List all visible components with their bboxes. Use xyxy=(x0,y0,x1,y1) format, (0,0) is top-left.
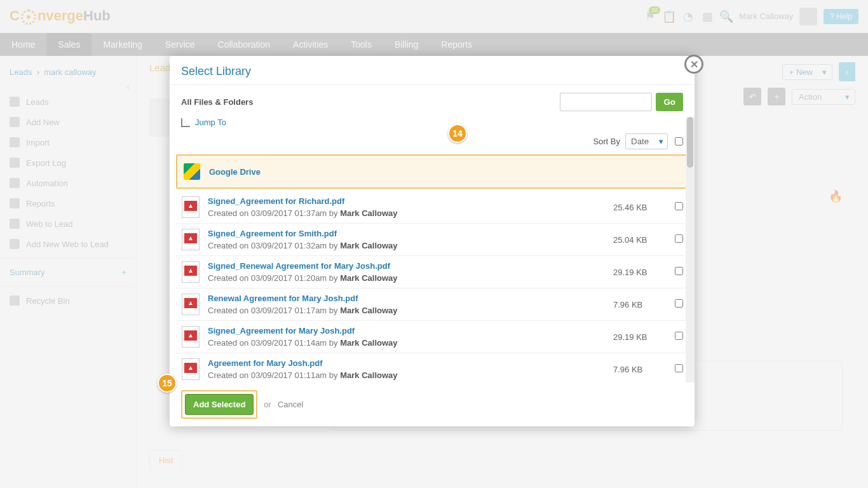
modal-footer: Add Selected or Cancel xyxy=(170,383,695,426)
pdf-icon xyxy=(182,261,200,283)
annotation-14: 14 xyxy=(448,124,467,143)
file-checkbox[interactable] xyxy=(675,332,683,340)
pdf-icon xyxy=(182,229,200,250)
file-row[interactable]: Signed_Agreement for Smith.pdf Created o… xyxy=(176,224,688,256)
jump-to-link[interactable]: Jump To xyxy=(195,118,226,127)
file-size: 29.19 KB xyxy=(613,332,664,342)
file-row[interactable]: Signed_Agreement for Mary Josh.pdf Creat… xyxy=(176,321,688,353)
file-checkbox[interactable] xyxy=(675,267,683,275)
go-button[interactable]: Go xyxy=(656,93,683,111)
file-size: 29.19 KB xyxy=(613,268,664,277)
file-size: 25.04 KB xyxy=(613,235,664,245)
modal-scrollbar[interactable] xyxy=(686,117,695,383)
file-checkbox[interactable] xyxy=(675,364,683,372)
file-size: 7.96 KB xyxy=(613,365,664,374)
file-size: 25.46 KB xyxy=(613,203,664,212)
google-drive-icon xyxy=(184,163,200,180)
file-meta: Created on 03/09/2017 01:14am by Mark Ca… xyxy=(208,338,613,348)
add-selected-button[interactable]: Add Selected xyxy=(185,394,254,415)
file-name[interactable]: Signed_Agreement for Mary Josh.pdf xyxy=(208,326,613,336)
modal-search: Go xyxy=(560,93,683,111)
modal-title: Select Library xyxy=(181,65,683,78)
file-checkbox[interactable] xyxy=(675,202,683,210)
modal-header: Select Library xyxy=(170,56,695,85)
cancel-link[interactable]: Cancel xyxy=(278,400,303,409)
pdf-icon xyxy=(182,294,200,315)
file-name[interactable]: Signed_Agreement for Smith.pdf xyxy=(208,229,613,238)
file-meta: Created on 03/09/2017 01:37am by Mark Ca… xyxy=(208,208,613,218)
annotation-15: 15 xyxy=(158,374,177,393)
file-name[interactable]: Agreement for Mary Josh.pdf xyxy=(208,358,613,368)
modal-breadcrumb[interactable]: All Files & Folders xyxy=(181,97,253,107)
file-name[interactable]: Signed_Agreement for Richard.pdf xyxy=(208,196,613,206)
select-all-checkbox[interactable] xyxy=(675,137,683,146)
file-meta: Created on 03/09/2017 01:11am by Mark Ca… xyxy=(208,370,613,380)
pdf-icon xyxy=(182,196,200,218)
file-meta: Created on 03/09/2017 01:32am by Mark Ca… xyxy=(208,241,613,250)
add-selected-highlight: Add Selected xyxy=(181,390,257,419)
select-library-modal: ✕ Select Library All Files & Folders Go … xyxy=(170,56,695,426)
file-size: 7.96 KB xyxy=(613,300,664,309)
file-row[interactable]: Agreement for Mary Josh.pdf Created on 0… xyxy=(176,353,688,383)
or-text: or xyxy=(264,400,271,409)
file-row[interactable]: Signed_Agreement for Richard.pdf Created… xyxy=(176,191,688,224)
file-name[interactable]: Signed_Renewal Agreement for Mary Josh.p… xyxy=(208,261,613,271)
sort-select[interactable]: Date xyxy=(625,133,668,149)
file-name[interactable]: Renewal Agreement for Mary Josh.pdf xyxy=(208,294,613,303)
folder-name: Google Drive xyxy=(209,167,682,177)
jump-row: Jump To xyxy=(170,115,695,133)
sort-row: Sort By Date ▾ xyxy=(170,133,695,154)
file-row[interactable]: Renewal Agreement for Mary Josh.pdf Crea… xyxy=(176,288,688,321)
file-row[interactable]: Signed_Renewal Agreement for Mary Josh.p… xyxy=(176,256,688,288)
folder-google-drive[interactable]: Google Drive xyxy=(176,154,688,189)
file-list[interactable]: Google Drive Signed_Agreement for Richar… xyxy=(170,154,695,383)
pdf-icon xyxy=(182,326,200,348)
scrollbar-thumb[interactable] xyxy=(687,117,693,168)
pdf-icon xyxy=(182,358,200,380)
modal-toolbar: All Files & Folders Go xyxy=(170,85,695,115)
file-meta: Created on 03/09/2017 01:17am by Mark Ca… xyxy=(208,306,613,315)
search-input[interactable] xyxy=(560,93,652,111)
sort-label: Sort By xyxy=(593,137,620,146)
file-checkbox[interactable] xyxy=(675,234,683,243)
tree-icon xyxy=(181,118,190,127)
modal-close-button[interactable]: ✕ xyxy=(684,55,703,74)
file-checkbox[interactable] xyxy=(675,299,683,308)
file-meta: Created on 03/09/2017 01:20am by Mark Ca… xyxy=(208,273,613,283)
